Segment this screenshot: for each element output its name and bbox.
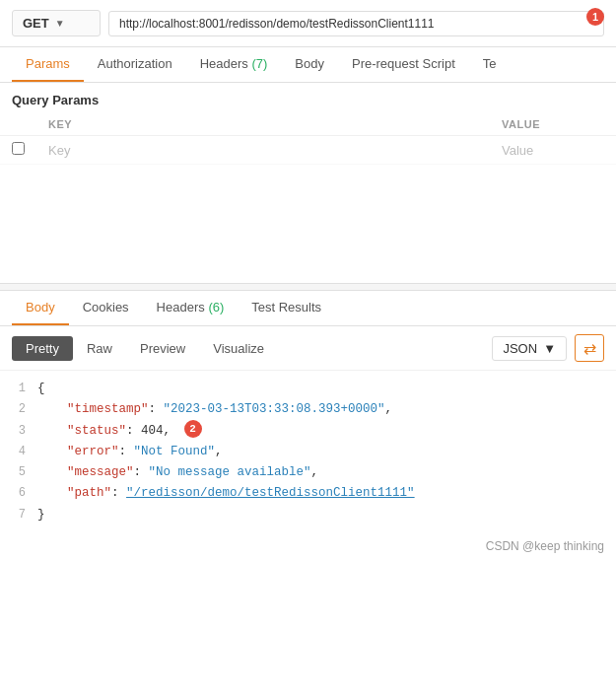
json-line-2: 2 "timestamp": "2023-03-13T03:33:08.393+…	[0, 399, 616, 420]
line-num-4: 4	[0, 442, 37, 461]
tab-params[interactable]: Params	[12, 47, 84, 82]
url-bar: GET ▼ http://localhost:8001/redisson/dem…	[0, 0, 616, 47]
checkbox-col-header	[0, 113, 36, 136]
params-table: KEY VALUE Key Value	[0, 113, 616, 165]
badge-1: 1	[586, 8, 604, 26]
value-col-header: VALUE	[490, 113, 616, 136]
json-line-5: 5 "message": "No message available",	[0, 462, 616, 483]
json-line-6: 6 "path": "/redisson/demo/testRedissonCl…	[0, 483, 616, 504]
resp-tab-body[interactable]: Body	[12, 291, 69, 325]
line-num-7: 7	[0, 505, 37, 524]
format-visualize[interactable]: Visualize	[199, 336, 278, 361]
method-label: GET	[23, 16, 49, 31]
line-num-3: 3	[0, 421, 37, 441]
line-content-7: }	[37, 505, 616, 525]
tab-headers[interactable]: Headers (7)	[186, 47, 282, 82]
badge-2: 2	[184, 420, 202, 438]
line-content-5: "message": "No message available",	[37, 462, 616, 483]
url-input[interactable]: http://localhost:8001/redisson/demo/test…	[108, 11, 604, 36]
wrap-icon: ⇄	[583, 339, 596, 358]
request-tabs: Params Authorization Headers (7) Body Pr…	[0, 47, 616, 83]
tab-body[interactable]: Body	[281, 47, 338, 82]
resp-tab-cookies[interactable]: Cookies	[69, 291, 143, 325]
chevron-down-icon: ▼	[543, 341, 556, 356]
method-dropdown[interactable]: GET ▼	[12, 10, 101, 36]
query-params-header: Query Params	[0, 83, 616, 113]
resp-headers-count: (6)	[208, 300, 224, 315]
response-tabs: Body Cookies Headers (6) Test Results	[0, 291, 616, 326]
line-num-1: 1	[0, 379, 37, 398]
format-raw[interactable]: Raw	[73, 336, 126, 361]
row-checkbox-cell	[0, 136, 36, 165]
row-checkbox[interactable]	[12, 142, 25, 155]
json-line-7: 7 }	[0, 505, 616, 525]
line-num-6: 6	[0, 483, 37, 503]
json-format-dropdown[interactable]: JSON ▼	[492, 336, 567, 361]
watermark: CSDN @keep thinking	[0, 533, 616, 559]
format-preview[interactable]: Preview	[126, 336, 199, 361]
key-cell[interactable]: Key	[36, 136, 490, 165]
format-pretty[interactable]: Pretty	[12, 336, 73, 361]
json-body: 1 { 2 "timestamp": "2023-03-13T03:33:08.…	[0, 371, 616, 533]
line-content-3: "status": 404, 2	[37, 421, 616, 442]
resp-tab-test-results[interactable]: Test Results	[238, 291, 335, 325]
format-bar: Pretty Raw Preview Visualize JSON ▼ ⇄	[0, 326, 616, 371]
line-content-6: "path": "/redisson/demo/testRedissonClie…	[37, 483, 616, 504]
section-divider	[0, 283, 616, 291]
line-content-2: "timestamp": "2023-03-13T03:33:08.393+00…	[37, 399, 616, 420]
tab-authorization[interactable]: Authorization	[84, 47, 186, 82]
json-line-1: 1 {	[0, 379, 616, 399]
wrap-button[interactable]: ⇄	[575, 334, 604, 362]
line-content-1: {	[37, 379, 616, 399]
key-col-header: KEY	[36, 113, 490, 136]
headers-count: (7)	[251, 56, 267, 71]
resp-tab-headers[interactable]: Headers (6)	[143, 291, 239, 325]
json-line-4: 4 "error": "Not Found",	[0, 442, 616, 462]
tab-pre-request-script[interactable]: Pre-request Script	[338, 47, 469, 82]
table-row: Key Value	[0, 136, 616, 165]
line-num-2: 2	[0, 399, 37, 419]
line-content-4: "error": "Not Found",	[37, 442, 616, 462]
line-num-5: 5	[0, 462, 37, 482]
json-line-3: 3 "status": 404, 2	[0, 421, 616, 442]
chevron-down-icon: ▼	[55, 18, 65, 29]
value-cell[interactable]: Value	[490, 136, 616, 165]
tab-te[interactable]: Te	[469, 47, 511, 82]
